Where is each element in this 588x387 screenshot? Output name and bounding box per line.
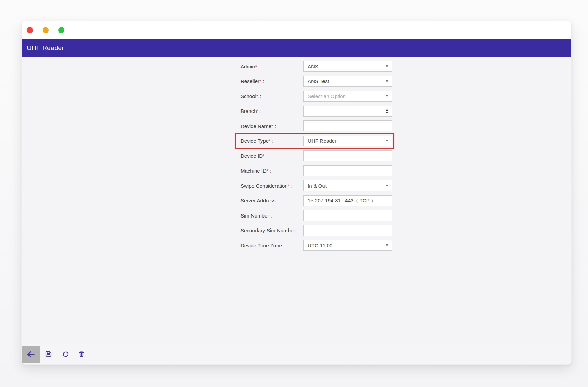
content-area: Admin* : ANS Reseller* : ANS Test School… <box>22 57 571 344</box>
window-titlebar <box>22 21 571 39</box>
save-button[interactable] <box>43 349 54 360</box>
form-row: Secondary Sim Number* : <box>240 225 392 236</box>
label-colon: : <box>269 168 271 174</box>
form-row: Device ID* : <box>240 150 392 161</box>
field-label: Reseller* : <box>240 78 303 84</box>
field-label-text: Sim Number <box>240 213 269 219</box>
page-header: UHF Reader <box>22 39 571 57</box>
field-label: Device ID* : <box>240 153 303 159</box>
updown-stepper-icon <box>386 109 388 113</box>
swipe-consideration-dropdown[interactable]: In & Out <box>303 180 392 191</box>
field-label: Admin* : <box>240 63 303 69</box>
reseller-dropdown[interactable]: ANS Test <box>303 76 392 87</box>
label-colon: : <box>273 123 276 129</box>
field-label-text: Admin <box>240 63 255 69</box>
label-colon: : <box>261 78 264 84</box>
field-label: Machine ID* : <box>240 168 303 174</box>
chevron-down-icon <box>386 185 388 187</box>
field-label-text: Device Type <box>240 138 269 144</box>
form-row: Server Address* : <box>240 195 392 206</box>
sim-number-input[interactable] <box>303 210 392 221</box>
chevron-down-icon <box>386 95 388 97</box>
machine-id-input[interactable] <box>303 165 392 176</box>
field-label-text: Server Address <box>240 198 276 203</box>
field-label: Branch* : <box>240 108 303 114</box>
device-form: Admin* : ANS Reseller* : ANS Test School… <box>240 61 392 255</box>
label-colon: : <box>290 183 292 189</box>
selected-value: Select an Option <box>308 93 346 99</box>
field-label: Server Address* : <box>240 198 303 203</box>
field-label: Sim Number* : <box>240 213 303 219</box>
label-colon: : <box>276 198 279 203</box>
form-row: School* : Select an Option <box>240 91 392 102</box>
device-id-input[interactable] <box>303 150 392 161</box>
selected-value: ANS <box>308 63 318 69</box>
admin-dropdown[interactable]: ANS <box>303 61 392 72</box>
delete-button[interactable] <box>76 349 86 360</box>
traffic-light-minimize[interactable] <box>43 27 49 33</box>
label-colon: : <box>269 213 272 219</box>
trash-icon <box>78 351 85 358</box>
field-label-text: Device Time Zone <box>240 243 282 248</box>
field-label: Device Name* : <box>240 123 303 129</box>
form-row: Sim Number* : <box>240 210 392 221</box>
back-button[interactable] <box>22 346 40 363</box>
field-label-text: School <box>240 93 256 99</box>
form-row: Reseller* : ANS Test <box>240 76 392 87</box>
server-address-input[interactable] <box>303 195 392 206</box>
device-time-zone-dropdown[interactable]: UTC-11:00 <box>303 240 392 251</box>
form-row: Machine ID* : <box>240 165 392 176</box>
save-icon <box>45 350 52 358</box>
school-dropdown[interactable]: Select an Option <box>303 91 392 102</box>
label-colon: : <box>282 243 285 248</box>
chevron-down-icon <box>386 244 388 246</box>
selected-value: UHF Reader <box>308 138 337 144</box>
field-label: Device Type* : <box>240 138 303 144</box>
field-label-text: Device ID <box>240 153 263 159</box>
form-row: Swipe Consideration* : In & Out <box>240 180 392 191</box>
field-label-text: Secondary Sim Number <box>240 227 295 233</box>
bottom-toolbar <box>22 344 571 364</box>
chevron-down-icon <box>386 80 388 82</box>
field-label: Secondary Sim Number* : <box>240 227 303 233</box>
field-label-text: Machine ID <box>240 168 267 174</box>
label-colon: : <box>257 63 260 69</box>
traffic-light-close[interactable] <box>27 27 33 33</box>
chevron-down-icon <box>386 65 388 67</box>
selected-value: In & Out <box>308 183 327 189</box>
label-colon: : <box>265 153 268 159</box>
branch-dropdown[interactable] <box>303 106 392 117</box>
field-label-text: Reseller <box>240 78 259 84</box>
field-label: Device Time Zone* : <box>240 243 303 248</box>
form-row: Branch* : <box>240 106 392 117</box>
form-row: Device Name* : <box>240 120 392 131</box>
refresh-button[interactable] <box>60 349 71 360</box>
label-colon: : <box>259 108 261 114</box>
chevron-down-icon <box>386 140 388 142</box>
selected-value: UTC-11:00 <box>308 243 332 248</box>
page-title: UHF Reader <box>27 44 64 52</box>
selected-value: ANS Test <box>308 78 329 84</box>
form-row: Device Time Zone* : UTC-11:00 <box>240 240 392 251</box>
field-label: School* : <box>240 93 303 99</box>
field-label: Swipe Consideration* : <box>240 183 303 189</box>
form-row: Device Type* : UHF Reader <box>240 136 392 146</box>
secondary-sim-number-input[interactable] <box>303 225 392 236</box>
refresh-icon <box>62 350 70 358</box>
device-type-dropdown[interactable]: UHF Reader <box>303 136 392 146</box>
label-colon: : <box>258 93 261 99</box>
field-label-text: Swipe Consideration <box>240 183 288 189</box>
field-label-text: Device Name <box>240 123 271 129</box>
field-label-text: Branch <box>240 108 257 114</box>
traffic-light-zoom[interactable] <box>58 27 64 33</box>
form-row: Admin* : ANS <box>240 61 392 72</box>
arrow-left-icon <box>26 350 36 359</box>
label-colon: : <box>295 227 298 233</box>
label-colon: : <box>271 138 273 144</box>
device-name-input[interactable] <box>303 120 392 131</box>
app-window: UHF Reader Admin* : ANS Reseller* : ANS … <box>21 21 572 365</box>
